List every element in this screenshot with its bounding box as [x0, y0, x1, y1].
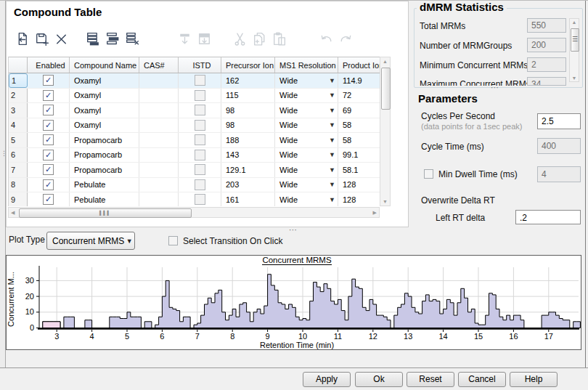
enabled-checkbox[interactable]: ✓: [43, 120, 54, 131]
table-row[interactable]: 9✓Pebulate161Wide▼128: [9, 192, 380, 206]
product-ion-cell[interactable]: 72: [338, 89, 380, 103]
precursor-ion-cell[interactable]: 161: [221, 192, 275, 206]
cas-cell[interactable]: [139, 163, 179, 177]
cas-cell[interactable]: [139, 178, 179, 192]
scroll-up-icon[interactable]: ▲: [380, 59, 390, 64]
table-row[interactable]: 4✓Oxamyl98Wide▼58: [9, 118, 380, 134]
import-compounds-icon[interactable]: [12, 29, 32, 49]
ms1-dropdown-icon[interactable]: ▼: [329, 151, 335, 158]
column-header-compound-name[interactable]: Compound Name: [70, 57, 139, 73]
total-mrms-field[interactable]: 550: [527, 18, 566, 33]
precursor-ion-cell[interactable]: 203: [221, 178, 275, 192]
column-header-row[interactable]: [9, 57, 28, 73]
row-header[interactable]: 8: [9, 178, 28, 192]
table-row[interactable]: 6✓Propamocarb143Wide▼99.1: [9, 148, 380, 163]
ms1-resolution-cell[interactable]: Wide▼: [275, 118, 338, 133]
compound-name-cell[interactable]: Oxamyl: [70, 73, 139, 88]
table-row[interactable]: 8✓Pebulate203Wide▼128: [9, 178, 380, 193]
vscroll-thumb[interactable]: [381, 68, 391, 110]
precursor-ion-cell[interactable]: 115: [221, 89, 275, 103]
horizontal-splitter-grip[interactable]: ⋯: [289, 225, 298, 235]
column-header-cas-[interactable]: CAS#: [139, 57, 179, 73]
istd-checkbox[interactable]: [195, 164, 205, 175]
scroll-up-icon[interactable]: ▲: [570, 20, 579, 25]
enabled-checkbox[interactable]: ✓: [43, 194, 54, 205]
precursor-ion-cell[interactable]: 162: [221, 73, 275, 88]
scroll-right-icon[interactable]: ▶: [373, 208, 377, 217]
column-header-precursor-ion[interactable]: Precursor Ion: [221, 57, 275, 73]
ms1-dropdown-icon[interactable]: ▼: [329, 137, 335, 144]
istd-checkbox[interactable]: [195, 75, 205, 86]
ms1-dropdown-icon[interactable]: ▼: [329, 77, 335, 84]
istd-checkbox[interactable]: [195, 150, 205, 161]
enabled-checkbox[interactable]: ✓: [43, 134, 54, 145]
left-splitter[interactable]: ⋮: [0, 1, 6, 367]
plot-type-dropdown[interactable]: Concurrent MRMS ▼: [46, 232, 135, 250]
enabled-checkbox[interactable]: ✓: [43, 90, 54, 101]
product-ion-cell[interactable]: 58: [338, 118, 380, 133]
table-row[interactable]: 3✓Oxamyl98Wide▼69: [9, 103, 380, 118]
product-ion-cell[interactable]: 128: [338, 178, 380, 192]
min-dwell-input[interactable]: 4: [537, 166, 581, 182]
istd-checkbox[interactable]: [195, 194, 205, 205]
istd-cell[interactable]: [179, 103, 221, 118]
reset-button[interactable]: Reset: [407, 372, 454, 387]
enabled-cell[interactable]: ✓: [28, 133, 70, 147]
product-ion-cell[interactable]: 58: [338, 133, 380, 147]
column-header-istd[interactable]: ISTD: [179, 57, 221, 73]
precursor-ion-cell[interactable]: 129.1: [221, 163, 275, 177]
column-header-product-ion[interactable]: Product Ion: [338, 57, 380, 73]
istd-cell[interactable]: [179, 163, 221, 177]
ms1-dropdown-icon[interactable]: ▼: [329, 121, 335, 129]
istd-cell[interactable]: [179, 192, 221, 206]
compound-name-cell[interactable]: Oxamyl: [70, 89, 139, 103]
istd-cell[interactable]: [179, 89, 221, 103]
istd-cell[interactable]: [179, 178, 221, 192]
save-compounds-icon[interactable]: [32, 29, 52, 49]
enabled-cell[interactable]: ✓: [28, 103, 70, 118]
scroll-left-icon[interactable]: ◀: [11, 208, 15, 217]
product-ion-cell[interactable]: 58.1: [338, 163, 380, 177]
row-header[interactable]: 6: [9, 148, 28, 163]
precursor-ion-cell[interactable]: 143: [221, 148, 275, 163]
row-header[interactable]: 3: [9, 103, 28, 118]
istd-checkbox[interactable]: [195, 90, 205, 101]
histogram-canvas[interactable]: 345678910111213141516170102030Concurrent…: [7, 256, 581, 349]
row-header[interactable]: 1: [9, 73, 28, 88]
cas-cell[interactable]: [139, 192, 179, 206]
apply-button[interactable]: Apply: [303, 372, 351, 387]
row-header[interactable]: 4: [9, 118, 28, 133]
column-header-enabled[interactable]: Enabled: [28, 57, 70, 73]
ms1-resolution-cell[interactable]: Wide▼: [275, 163, 338, 177]
table-row[interactable]: 5✓Propamocarb188Wide▼58: [9, 133, 380, 148]
compound-name-cell[interactable]: Propamocarb: [70, 163, 139, 177]
ms1-resolution-cell[interactable]: Wide▼: [275, 178, 338, 192]
ms1-resolution-cell[interactable]: Wide▼: [275, 192, 338, 206]
cas-cell[interactable]: [139, 133, 179, 147]
ms1-dropdown-icon[interactable]: ▼: [329, 92, 335, 99]
cas-cell[interactable]: [139, 89, 179, 103]
enabled-checkbox[interactable]: ✓: [43, 150, 54, 161]
cycles-per-second-input[interactable]: 2.5: [537, 113, 581, 129]
cas-cell[interactable]: [139, 148, 179, 163]
scroll-down-icon[interactable]: ▼: [380, 199, 390, 204]
stats-scrollbar[interactable]: ▲ ☰ ▼: [569, 18, 579, 82]
istd-cell[interactable]: [179, 73, 221, 88]
precursor-ion-cell[interactable]: 98: [221, 103, 275, 118]
ms1-resolution-cell[interactable]: Wide▼: [275, 103, 338, 118]
istd-cell[interactable]: [179, 118, 221, 133]
compound-name-cell[interactable]: Propamocarb: [70, 133, 139, 147]
enabled-cell[interactable]: ✓: [28, 163, 70, 177]
enabled-checkbox[interactable]: ✓: [43, 75, 54, 86]
enabled-cell[interactable]: ✓: [28, 73, 70, 88]
enabled-cell[interactable]: ✓: [28, 89, 70, 103]
table-horizontal-scrollbar[interactable]: ◀ ▌▌▌ ▶: [8, 207, 380, 218]
compound-name-cell[interactable]: Oxamyl: [70, 118, 139, 133]
ok-button[interactable]: Ok: [355, 372, 403, 387]
compound-name-cell[interactable]: Oxamyl: [70, 103, 139, 118]
istd-checkbox[interactable]: [195, 134, 205, 145]
table-row[interactable]: 1✓Oxamyl162Wide▼114.9: [9, 73, 380, 89]
select-transition-checkbox[interactable]: [168, 236, 178, 245]
enabled-checkbox[interactable]: ✓: [43, 105, 54, 115]
table-row[interactable]: 7✓Propamocarb129.1Wide▼58.1: [9, 163, 380, 178]
